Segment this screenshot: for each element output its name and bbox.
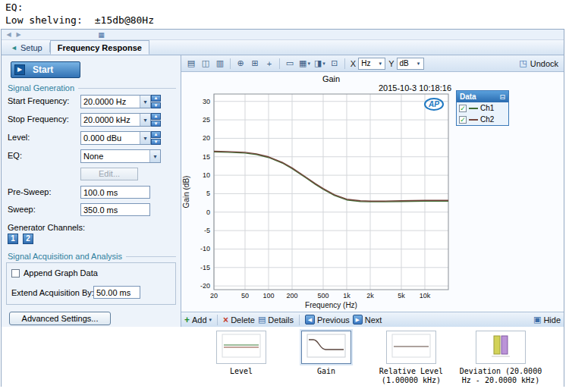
crosshair-cursor-icon[interactable]: + (262, 57, 276, 70)
nav-back-icon[interactable]: ◀ (4, 31, 14, 38)
hide-icon: ▣ (533, 315, 541, 324)
append-graph-data-checkbox[interactable] (11, 269, 20, 278)
sweep-input[interactable] (80, 203, 150, 216)
chevron-down-icon[interactable]: ▾ (140, 96, 150, 108)
chevron-down-icon[interactable]: ▾ (140, 132, 150, 144)
stop-frequency-combobox[interactable]: 20.0000 kHz ▾ (80, 113, 151, 127)
copy-icon[interactable]: ◫ (199, 57, 212, 70)
thumbnail-deviation-label: Deviation (20.0000 Hz - 20.0000 kHz) (458, 367, 543, 385)
spin-down-icon[interactable]: ▼ (151, 121, 161, 127)
start-button[interactable]: ▶ Start (11, 61, 80, 78)
fit-view-icon[interactable]: ⊞ (248, 57, 262, 70)
ch1-line-sample (469, 108, 478, 109)
advanced-settings-button[interactable]: Advanced Settings... (9, 312, 111, 325)
page-header: EQ: Low shelving:±15db@80Hz (5, 1, 154, 27)
section-rule (126, 256, 176, 257)
spin-up-icon[interactable]: ▲ (151, 131, 161, 138)
thumbnail-level-box[interactable] (216, 331, 266, 364)
start-frequency-combobox[interactable]: 20.0000 Hz ▾ (80, 95, 151, 108)
eq-value: None (81, 150, 149, 162)
eq-line: EQ: (5, 1, 154, 14)
x-unit-value: Hz (359, 59, 376, 67)
deviation-sketch (476, 331, 525, 363)
zoom-icon[interactable]: ⊕ (234, 57, 247, 70)
legend-header[interactable]: Data ⊟ (457, 91, 508, 102)
legend-pin-icon[interactable]: ⊟ (499, 93, 505, 101)
spin-down-icon[interactable]: ▼ (151, 102, 161, 109)
svg-text:25: 25 (203, 116, 210, 124)
nav-forward-icon[interactable]: ▶ (14, 31, 24, 38)
pre-sweep-input[interactable] (80, 186, 150, 199)
spin-up-icon[interactable]: ▲ (151, 95, 161, 102)
svg-text:-20: -20 (200, 282, 210, 290)
hide-label: Hide (543, 315, 561, 325)
toolbar-separator (299, 315, 300, 325)
add-button[interactable]: + Add ▾ (184, 315, 212, 325)
ch2-checkbox[interactable]: ✓ (459, 116, 467, 124)
select-rect-icon[interactable]: ▭ (283, 57, 297, 70)
delete-icon: × (223, 316, 228, 324)
hide-button[interactable]: ▣ Hide (533, 315, 561, 325)
tab-frequency-response[interactable]: Frequency Response (50, 40, 149, 55)
edit-button[interactable]: Edit... (80, 168, 138, 180)
svg-text:200: 200 (286, 292, 297, 299)
previous-label: Previous (317, 315, 350, 325)
undock-button[interactable]: ◳ Undock (519, 58, 561, 68)
thumbnail-deviation-box[interactable] (476, 331, 526, 364)
graph-style-dropdown[interactable]: ▦▾ (297, 57, 312, 70)
chevron-down-icon: ▾ (209, 317, 212, 323)
extend-acquisition-input[interactable] (93, 286, 140, 299)
thumbnail-relative-level-box[interactable] (386, 331, 436, 364)
shelving-value: ±15db@80Hz (95, 14, 154, 26)
chart-view-dropdown[interactable]: ◨▾ (313, 57, 327, 70)
delete-label: Delete (231, 315, 255, 325)
svg-text:1k: 1k (343, 292, 351, 299)
shelving-line: Low shelving:±15db@80Hz (5, 14, 154, 27)
x-unit-combobox[interactable]: Hz ▾ (358, 58, 385, 70)
y-unit-combobox[interactable]: dB ▾ (397, 58, 424, 70)
ch1-checkbox[interactable]: ✓ (459, 105, 467, 112)
signal-generation-title: Signal Generation (8, 83, 74, 93)
plot-area[interactable]: 302520151050-5-10-15-2020501002005001k2k… (181, 86, 464, 312)
save-icon[interactable]: ▤ (184, 57, 198, 70)
chevron-down-icon[interactable]: ▾ (376, 61, 385, 67)
tab-setup[interactable]: ◄ Setup (4, 40, 49, 55)
legend-title: Data (460, 93, 476, 101)
append-graph-data-row: Append Graph Data (11, 268, 98, 278)
channel-1-button[interactable]: 1 (8, 234, 18, 244)
main-row: ▶ Start Signal Generation Start Frequenc… (2, 55, 564, 327)
tab-bar: ◄ Setup Frequency Response (2, 40, 564, 55)
undock-icon: ◳ (519, 58, 527, 68)
x-axis-label: X (351, 59, 356, 68)
ch2-label: Ch2 (480, 115, 494, 124)
previous-button[interactable]: ◀ Previous (305, 315, 350, 325)
field-stop-frequency: Stop Frequency: 20.0000 kHz ▾ ▲ ▼ (2, 113, 181, 127)
level-combobox[interactable]: 0.000 dBu ▾ (80, 131, 151, 145)
config-icon[interactable]: ⊡ (328, 57, 341, 70)
spin-up-icon[interactable]: ▲ (151, 113, 161, 120)
chevron-down-icon[interactable]: ▾ (414, 61, 423, 67)
eq-label: EQ: (8, 151, 22, 160)
details-button[interactable]: ▤ Details (258, 315, 294, 325)
bottom-toolbar: + Add ▾ × Delete ▤ Details ◀ Previous (181, 312, 564, 327)
print-icon[interactable]: ▥ (213, 57, 227, 70)
chevron-down-icon[interactable]: ▾ (149, 150, 160, 162)
level-value: 0.000 dBu (81, 132, 140, 144)
window-icon[interactable]: ▦ (96, 31, 106, 39)
level-label: Level: (8, 133, 30, 142)
next-button[interactable]: ▶ Next (353, 315, 382, 325)
toolbar-separator (344, 58, 345, 69)
generator-channel-buttons: 1 2 (8, 234, 36, 244)
svg-text:100: 100 (262, 292, 274, 299)
level-stepper: ▲ ▼ (151, 131, 161, 145)
legend-row-ch2: ✓ Ch2 (457, 114, 508, 125)
thumbnail-gain-box[interactable] (301, 331, 351, 364)
chevron-down-icon[interactable]: ▾ (140, 114, 150, 126)
delete-button[interactable]: × Delete (223, 315, 255, 325)
svg-text:2k: 2k (366, 292, 374, 299)
gain-sketch (302, 331, 351, 363)
eq-combobox[interactable]: None ▾ (80, 149, 161, 163)
channel-2-button[interactable]: 2 (23, 234, 33, 244)
thumbnail-level: Level (203, 331, 279, 387)
spin-down-icon[interactable]: ▼ (151, 139, 161, 146)
